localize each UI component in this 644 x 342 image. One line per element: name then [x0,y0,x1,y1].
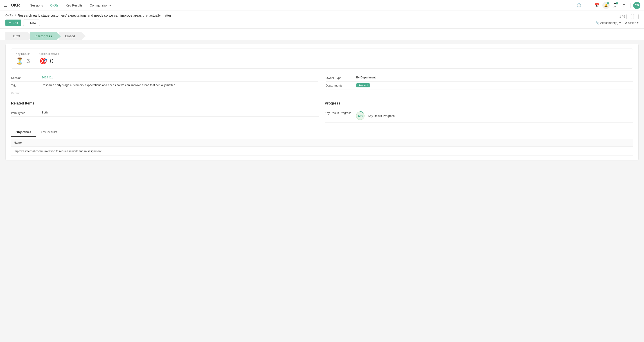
main-content: Key Results ⏳ 3 Child Objectives 🎯 0 Ses… [6,44,638,161]
owner-type-value: By Department [356,76,633,79]
owner-type-label: Owner Type [326,76,352,80]
stage-tab-in-progress[interactable]: In Progress [30,32,61,40]
table-header-row: Name [11,139,633,147]
breadcrumb-separator: / [15,14,16,17]
stage-tab-closed[interactable]: Closed [59,32,86,40]
session-value[interactable]: 2024 Q1 [42,76,318,79]
title-label: Title [11,83,38,87]
fields-left-column: Session 2024 Q1 Title Research early sta… [11,74,318,97]
field-row-owner-type: Owner Type By Department [326,74,633,82]
chevron-down-icon: ▾ [619,21,621,24]
sliders-icon-button[interactable]: ⚙ [620,2,628,9]
tab-objectives[interactable]: Objectives [11,128,36,137]
avatar[interactable]: CB [633,2,640,9]
fields-grid: Session 2024 Q1 Title Research early sta… [11,74,633,97]
table-header-name: Name [11,139,633,147]
session-label: Session [11,76,38,80]
calendar-icon-button[interactable]: 📅 [593,2,600,9]
stage-tab-draft[interactable]: Draft [6,32,32,40]
pagination-area: 1 / 5 ‹ › [620,14,638,19]
key-results-value-row: ⏳ 3 [16,57,30,65]
nav-okrs[interactable]: OKRs [47,2,62,8]
key-results-stat: Key Results ⏳ 3 [11,49,35,68]
related-items-section: Related Items Item Types Both [11,101,319,123]
app-logo: OKR [11,3,20,8]
page-header-top: OKRs / Research early stage customers' e… [6,11,638,19]
gear-icon: ⚙ [624,21,627,24]
stats-row: Key Results ⏳ 3 Child Objectives 🎯 0 [11,48,633,69]
edit-icon: ✏ [9,21,12,24]
field-row-item-types: Item Types Both [11,109,319,117]
page-header-bottom: ✏ Edit + New 📎 Attachment(s) ▾ ⚙ Action … [6,19,638,28]
notification-icon-button[interactable]: 🔔• [602,2,610,9]
plus-icon: + [27,21,29,24]
tab-key-results[interactable]: Key Results [36,128,62,137]
topnav-actions: 🕐 + 📅 🔔• 💬• ⚙ CB [575,2,640,9]
child-objectives-label: Child Objectives [40,52,59,55]
chat-icon-button[interactable]: 💬• [611,2,618,9]
progress-section: Progress Key Result Progress 12% Key Res… [325,101,633,123]
progress-label-text: Key Result Progress [368,114,395,118]
key-result-progress-label: Key Result Progress [325,111,352,115]
sections-grid: Related Items Item Types Both Progress K… [11,101,633,123]
key-results-label: Key Results [16,52,30,55]
clock-icon-button[interactable]: 🕐 [575,2,582,9]
departments-label: Departments [326,83,352,87]
add-icon-button[interactable]: + [584,2,592,9]
pagination-next-button[interactable]: › [633,14,638,19]
child-objectives-count: 0 [50,57,54,65]
progress-percentage: 12% [358,114,363,117]
product-tag[interactable]: Product [356,83,370,87]
top-navigation: ☰ OKR Sessions OKRs Key Results Configur… [0,0,644,11]
attachments-link[interactable]: 📎 Attachment(s) ▾ [596,21,621,24]
hourglass-icon: ⏳ [16,57,24,65]
departments-value: Product [356,83,633,87]
breadcrumb-parent-link[interactable]: OKRs [6,14,13,17]
key-result-progress-value: 12% Key Result Progress [355,111,633,121]
child-objectives-stat: Child Objectives 🎯 0 [35,49,64,68]
new-button[interactable]: + New [23,19,40,26]
bottom-tabs: Objectives Key Results [11,128,633,137]
nav-sessions[interactable]: Sessions [27,2,46,8]
target-icon: 🎯 [40,57,47,65]
breadcrumb: OKRs / Research early stage customers' e… [6,13,171,17]
field-row-parent: Parent [11,89,318,97]
title-value: Research early stage customers' expectat… [42,83,318,87]
field-row-title: Title Research early stage customers' ex… [11,82,318,89]
breadcrumb-current-title: Research early stage customers' expectat… [18,13,171,17]
parent-label: Parent [11,91,38,95]
attachment-icon: 📎 [596,21,599,24]
edit-button[interactable]: ✏ Edit [6,19,22,26]
progress-circle: 12% [355,111,365,121]
child-objectives-value-row: 🎯 0 [40,57,59,65]
toolbar-left: ✏ Edit + New [6,19,40,26]
item-types-value: Both [42,111,319,114]
hamburger-menu-icon[interactable]: ☰ [4,3,7,8]
item-types-label: Item Types [11,111,38,115]
field-row-key-result-progress: Key Result Progress 12% Key Result Progr… [325,109,633,123]
key-results-count: 3 [26,57,30,65]
table-cell-name: Improve internal communication to reduce… [11,147,633,156]
stage-tabs: Draft In Progress Closed [6,28,638,40]
objectives-table: Name Improve internal communication to r… [11,139,633,156]
field-row-departments: Departments Product [326,82,633,89]
nav-links: Sessions OKRs Key Results Configuration … [27,2,574,8]
stage-tabs-container: Draft In Progress Closed [0,28,644,40]
page-header: OKRs / Research early stage customers' e… [0,11,644,28]
progress-circle-container: 12% Key Result Progress [355,111,633,121]
progress-title: Progress [325,101,633,105]
field-row-session: Session 2024 Q1 [11,74,318,82]
chevron-down-icon: ▾ [109,3,111,7]
nav-key-results[interactable]: Key Results [62,2,86,8]
pagination-text: 1 / 5 [620,15,625,18]
table-row[interactable]: Improve internal communication to reduce… [11,147,633,156]
fields-right-column: Owner Type By Department Departments Pro… [326,74,633,97]
nav-configuration[interactable]: Configuration ▾ [87,2,114,8]
related-items-title: Related Items [11,101,319,105]
pagination-prev-button[interactable]: ‹ [626,14,632,19]
chevron-down-icon: ▾ [637,21,638,24]
toolbar-right: 📎 Attachment(s) ▾ ⚙ Action ▾ [596,21,638,24]
action-link[interactable]: ⚙ Action ▾ [624,21,638,24]
nav-divider [630,3,630,8]
